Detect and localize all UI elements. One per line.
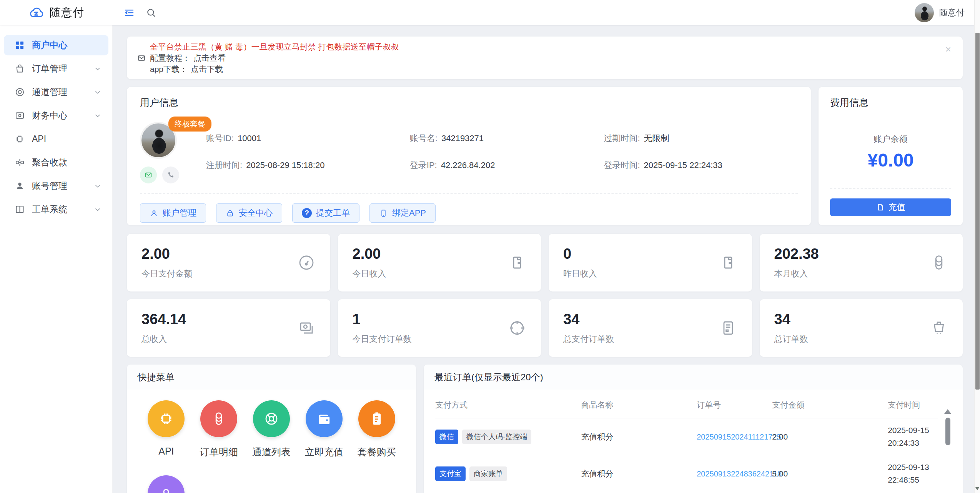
page-scrollbar-thumb[interactable]	[975, 33, 980, 390]
user-avatar[interactable]	[915, 3, 934, 22]
sidebar-item-label: 商户中心	[32, 39, 67, 51]
account-name-field: 账号名:342193271	[410, 133, 604, 144]
recent-orders-table: 支付方式 商品名称 订单号 支付金额 支付时间 微信微信个人码-监控端 充值积分…	[435, 390, 938, 493]
notice-app-download-link[interactable]: 点击下载	[191, 64, 223, 75]
sidebar-item-label: 通道管理	[32, 86, 67, 98]
recent-orders-card: 最近订单(仅显示最近20个) 支付方式 商品名称 订单号 支付金额 支付时间	[424, 365, 963, 493]
stat-yesterday-income: 0昨日收入	[549, 234, 752, 291]
quick-menu-card: 快捷菜单 API 订单明细	[127, 365, 416, 493]
page-scrollbar[interactable]	[974, 0, 980, 493]
chip-icon	[15, 134, 25, 144]
stat-total-pay-orders: 34总支付订单数	[549, 299, 752, 357]
pay-method-badge: 支付宝	[435, 466, 466, 481]
search-icon[interactable]	[146, 7, 156, 18]
sidebar-item-order-management[interactable]: 订单管理	[4, 58, 108, 79]
user-name: 随意付	[939, 7, 965, 18]
pay-amount: 2.00	[772, 418, 888, 455]
chevron-down-icon	[94, 182, 101, 190]
lock-icon	[226, 209, 235, 218]
sidebar-item-merchant-center[interactable]: 商户中心	[4, 35, 108, 55]
book-icon	[15, 204, 25, 215]
table-scrollbar[interactable]	[944, 408, 951, 493]
top-header: 随意付 随意付	[0, 0, 980, 25]
chevron-down-icon	[94, 112, 101, 120]
user-menu[interactable]: 随意付	[915, 3, 965, 22]
pay-amount: 5.00	[772, 455, 888, 492]
app-logo: 随意付	[0, 5, 113, 21]
notice-warning-text: 全平台禁止三黑（黄 赌 毒）一旦发现立马封禁 打包数据送至帽子叔叔	[150, 42, 399, 52]
question-icon: ?	[302, 208, 312, 218]
cloud-logo-icon	[28, 5, 45, 21]
pay-time: 2025-09-1322:48:55	[888, 455, 938, 492]
main-content: 全平台禁止三黑（黄 赌 毒）一旦发现立马封禁 打包数据送至帽子叔叔 配置教程： …	[113, 25, 974, 493]
account-manage-button[interactable]: 账户管理	[140, 203, 206, 223]
balance-label: 账户余额	[830, 133, 951, 145]
recharge-button[interactable]: 充值	[830, 198, 951, 216]
order-number-link[interactable]: 20250915202411121725	[697, 433, 781, 441]
quick-item-account[interactable]	[140, 475, 193, 493]
notice-app-label: app下载：	[150, 64, 188, 75]
bind-app-button[interactable]: 绑定APP	[369, 203, 436, 223]
stat-today-pay-orders: 1今日支付订单数	[338, 299, 541, 357]
notice-tutorial-link[interactable]: 点击查看	[193, 53, 226, 63]
quick-item-api[interactable]: API	[140, 400, 193, 458]
col-pay-time: 支付时间	[888, 390, 938, 418]
mail-icon	[137, 53, 150, 63]
divider	[140, 193, 798, 194]
sidebar-item-label: 财务中心	[32, 110, 67, 122]
user-info-card: 用户信息 终极套餐	[127, 87, 811, 225]
aim-icon	[508, 319, 526, 337]
coins-icon	[200, 400, 237, 437]
quick-item-channel-list[interactable]: 通道列表	[245, 400, 298, 458]
sidebar-item-finance-center[interactable]: 财务中心	[4, 105, 108, 126]
stat-today-pay-amount: 2.00今日支付金额	[127, 234, 330, 291]
table-row: 微信微信个人码-监控端 充值积分 20250915202411121725 2.…	[435, 418, 938, 455]
user-info-title: 用户信息	[140, 96, 798, 109]
scroll-up-arrow-icon[interactable]	[944, 409, 951, 414]
order-number-link[interactable]: 20250913224836242118	[697, 470, 782, 478]
sidebar-item-api[interactable]: API	[4, 129, 108, 149]
sidebar-collapse-icon[interactable]	[123, 7, 135, 18]
gauge-icon	[297, 253, 316, 272]
chip-icon	[148, 400, 185, 437]
quick-item-package-buy[interactable]: 套餐购买	[350, 400, 403, 458]
scroll-down-arrow-icon[interactable]	[975, 487, 979, 490]
stat-total-orders: 34总订单数	[760, 299, 963, 357]
stat-today-income: 2.00今日收入	[338, 234, 541, 291]
quick-item-order-detail[interactable]: 订单明细	[193, 400, 245, 458]
pay-method-badge: 微信	[435, 430, 458, 444]
sidebar-item-channel-management[interactable]: 通道管理	[4, 82, 108, 102]
chevron-down-icon	[94, 65, 101, 73]
aggregate-pay-icon	[15, 157, 25, 168]
sidebar-item-label: 聚合收款	[32, 157, 67, 168]
app-title: 随意付	[50, 5, 84, 20]
account-id-field: 账号ID:10001	[206, 133, 410, 144]
document-icon	[876, 203, 885, 212]
chevron-down-icon	[94, 206, 101, 213]
email-verified-icon[interactable]	[140, 167, 157, 183]
scrollbar-thumb[interactable]	[945, 418, 950, 445]
sidebar-item-label: 工单系统	[32, 203, 67, 215]
security-center-button[interactable]: 安全中心	[216, 203, 282, 223]
submit-ticket-button[interactable]: ? 提交工单	[292, 203, 359, 223]
sidebar-item-account-management[interactable]: 账号管理	[4, 176, 108, 196]
cart-icon	[930, 319, 948, 337]
clipboard-icon	[358, 400, 395, 437]
table-row: 支付宝商家账单 充值积分 20250913224836242118 5.00 2…	[435, 455, 938, 492]
col-pay-method: 支付方式	[435, 390, 581, 418]
notice-banner: 全平台禁止三黑（黄 赌 毒）一旦发现立马封禁 打包数据送至帽子叔叔 配置教程： …	[127, 37, 963, 79]
sidebar-item-aggregate-collection[interactable]: 聚合收款	[4, 152, 108, 173]
quick-item-recharge[interactable]: 立即充值	[298, 400, 350, 458]
user-icon	[15, 181, 25, 191]
register-time-field: 注册时间:2025-08-29 15:18:20	[206, 160, 410, 171]
quick-menu-title: 快捷菜单	[127, 365, 416, 390]
close-icon[interactable]: ×	[945, 44, 951, 54]
phone-icon[interactable]	[162, 167, 179, 183]
sidebar-item-label: API	[32, 134, 46, 144]
expire-time-field: 过期时间:无限制	[604, 133, 798, 144]
channel-icon	[15, 87, 25, 97]
sidebar-item-ticket-system[interactable]: 工单系统	[4, 199, 108, 220]
wallet-icon	[719, 253, 737, 272]
product-name: 充值积分	[581, 418, 697, 455]
product-name: 充值积分	[581, 455, 697, 492]
